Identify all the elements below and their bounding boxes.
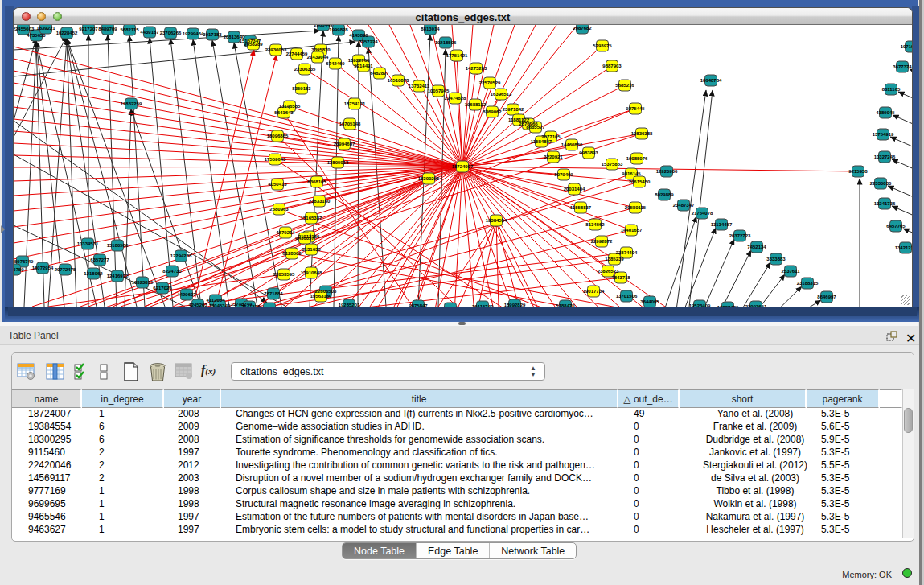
svg-text:9217207: 9217207 <box>79 27 98 31</box>
svg-text:16072954: 16072954 <box>32 266 54 270</box>
svg-text:13146585: 13146585 <box>279 104 301 109</box>
svg-text:23833160: 23833160 <box>309 199 331 204</box>
svg-text:14401657: 14401657 <box>621 228 643 233</box>
svg-text:19523409: 19523409 <box>689 303 711 307</box>
svg-text:3677374: 3677374 <box>893 64 912 69</box>
svg-text:22570529: 22570529 <box>479 80 501 85</box>
svg-text:22744459: 22744459 <box>286 51 308 56</box>
svg-text:19299464: 19299464 <box>183 31 204 36</box>
svg-text:9214491: 9214491 <box>354 64 373 68</box>
svg-text:22474828: 22474828 <box>445 96 466 101</box>
svg-text:22093651: 22093651 <box>745 304 767 307</box>
svg-text:22455603: 22455603 <box>14 27 35 31</box>
svg-text:23706266: 23706266 <box>160 31 182 35</box>
svg-text:14460856: 14460856 <box>561 142 583 147</box>
svg-text:4439167: 4439167 <box>140 30 159 35</box>
svg-text:9275445: 9275445 <box>626 106 645 111</box>
svg-text:19017734: 19017734 <box>583 289 605 294</box>
svg-text:22330030: 22330030 <box>870 181 892 186</box>
svg-text:19688132: 19688132 <box>465 102 487 107</box>
svg-text:13421212: 13421212 <box>895 245 912 250</box>
svg-text:3395870: 3395870 <box>311 47 331 52</box>
svg-text:11558837: 11558837 <box>570 205 592 210</box>
svg-text:6357277: 6357277 <box>90 257 109 262</box>
svg-text:3220921: 3220921 <box>544 154 563 159</box>
svg-text:20031404: 20031404 <box>564 187 585 192</box>
svg-text:7357224: 7357224 <box>359 39 378 44</box>
svg-text:10323815: 10323815 <box>132 280 154 285</box>
svg-text:13805018: 13805018 <box>327 160 349 165</box>
svg-text:20580115: 20580115 <box>625 205 647 210</box>
svg-text:22306335: 22306335 <box>294 67 316 72</box>
svg-text:13134457: 13134457 <box>711 222 733 227</box>
svg-text:20372723: 20372723 <box>729 233 751 238</box>
svg-text:15375853: 15375853 <box>602 162 623 167</box>
svg-text:9983893: 9983893 <box>579 150 598 155</box>
svg-text:8811165: 8811165 <box>882 87 901 92</box>
svg-text:2457954: 2457954 <box>441 306 460 307</box>
svg-text:12541238: 12541238 <box>239 304 261 307</box>
svg-text:4679214: 4679214 <box>276 230 295 235</box>
svg-text:8359183: 8359183 <box>292 86 311 91</box>
svg-text:3333883: 3333883 <box>766 257 786 262</box>
svg-text:8685577: 8685577 <box>526 125 545 130</box>
svg-text:10334531: 10334531 <box>77 241 99 246</box>
svg-text:15180586: 15180586 <box>107 243 129 248</box>
svg-text:4112034: 4112034 <box>206 298 225 303</box>
svg-text:9887903: 9887903 <box>602 64 622 68</box>
svg-text:20994697: 20994697 <box>334 142 355 146</box>
svg-text:10837430: 10837430 <box>717 305 739 307</box>
svg-text:9816145: 9816145 <box>622 171 641 176</box>
svg-text:5641643: 5641643 <box>274 110 294 115</box>
svg-text:2537611: 2537611 <box>781 269 800 274</box>
svg-text:18754131: 18754131 <box>344 101 366 106</box>
svg-text:13241736: 13241736 <box>874 201 896 206</box>
svg-text:1218062: 1218062 <box>84 271 103 276</box>
svg-text:5793975: 5793975 <box>593 43 612 48</box>
svg-text:10648784: 10648784 <box>700 78 722 83</box>
svg-text:3917183: 3917183 <box>203 32 222 37</box>
svg-text:13045349: 13045349 <box>209 303 231 307</box>
svg-text:15165337: 15165337 <box>301 216 322 220</box>
svg-text:19285201: 19285201 <box>339 303 360 307</box>
svg-text:5188470: 5188470 <box>556 303 575 307</box>
svg-text:2087682: 2087682 <box>573 26 592 31</box>
svg-text:21439044: 21439044 <box>307 55 329 60</box>
svg-text:9875847: 9875847 <box>409 303 428 307</box>
svg-text:18096865: 18096865 <box>267 134 289 138</box>
svg-text:10228452: 10228452 <box>56 31 78 35</box>
svg-text:19832259: 19832259 <box>121 101 142 106</box>
svg-text:16396513: 16396513 <box>491 92 512 97</box>
svg-text:21257684: 21257684 <box>259 306 281 307</box>
svg-text:8813014: 8813014 <box>421 27 440 31</box>
svg-text:8646997: 8646997 <box>817 295 836 299</box>
svg-text:10710248: 10710248 <box>901 44 912 49</box>
svg-text:6217026: 6217026 <box>153 286 172 290</box>
svg-text:18300295: 18300295 <box>418 176 440 181</box>
svg-text:18724007: 18724007 <box>452 164 474 169</box>
svg-text:20615450: 20615450 <box>629 179 651 184</box>
svg-text:9215958: 9215958 <box>848 169 868 174</box>
svg-text:8489709: 8489709 <box>98 27 117 31</box>
svg-text:15076749: 15076749 <box>14 259 34 264</box>
svg-text:23487347: 23487347 <box>673 203 695 208</box>
svg-text:22992872: 22992872 <box>591 239 613 244</box>
svg-text:13910648: 13910648 <box>301 270 322 275</box>
svg-text:3131636: 3131636 <box>302 247 321 252</box>
svg-text:12416912: 12416912 <box>107 274 129 278</box>
svg-text:9436057: 9436057 <box>295 236 314 241</box>
svg-text:16705148: 16705148 <box>339 122 361 126</box>
svg-text:5682115: 5682115 <box>120 27 139 32</box>
svg-text:16415740: 16415740 <box>472 304 494 307</box>
svg-text:19563180: 19563180 <box>310 294 332 299</box>
svg-text:1385239: 1385239 <box>605 257 624 262</box>
svg-text:22053595: 22053595 <box>273 272 295 277</box>
svg-text:8029889: 8029889 <box>655 192 674 197</box>
svg-text:19384554: 19384554 <box>486 218 507 223</box>
svg-text:9958289: 9958289 <box>244 42 263 47</box>
svg-text:17559643: 17559643 <box>265 157 286 162</box>
svg-text:10057945: 10057945 <box>428 89 450 93</box>
svg-text:23188315: 23188315 <box>797 281 819 286</box>
svg-text:18922760: 18922760 <box>348 58 370 63</box>
svg-text:6742460: 6742460 <box>326 61 345 66</box>
